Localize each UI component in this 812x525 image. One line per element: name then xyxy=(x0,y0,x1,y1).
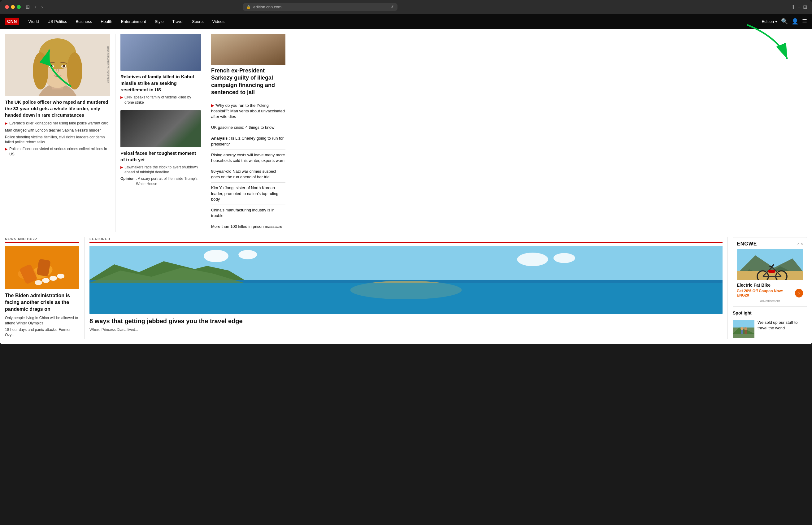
account-icon[interactable]: 👤 xyxy=(792,18,798,25)
spotlight-text: We sold up our stuff to travel the world xyxy=(757,320,807,331)
share-icon[interactable]: ⬆ xyxy=(791,4,795,10)
maximize-button[interactable] xyxy=(17,5,21,9)
ad-image xyxy=(737,249,803,280)
svg-rect-48 xyxy=(768,270,775,273)
nav-us-politics[interactable]: US Politics xyxy=(43,14,72,29)
svg-point-21 xyxy=(42,278,49,283)
minimize-button[interactable] xyxy=(11,5,15,9)
ad-close-icon[interactable]: ✕ ✕ xyxy=(797,242,803,245)
nav-business[interactable]: Business xyxy=(71,14,96,29)
hero-sub4-text: Police officers convicted of serious cri… xyxy=(9,146,110,157)
kabul-sub[interactable]: ▶ CNN speaks to family of victims killed… xyxy=(120,95,201,105)
right-item-4[interactable]: 96-year-old Nazi war crimes suspect goes… xyxy=(211,166,285,182)
browser-controls: ⊞ ‹ › xyxy=(25,3,44,11)
svg-rect-53 xyxy=(741,330,743,334)
hero-sub1-text: Everard's killer kidnapped her using fak… xyxy=(9,121,108,126)
url-bar[interactable]: 🔒 edition.cnn.com ↺ xyxy=(243,3,397,11)
right-item-1[interactable]: UK gasoline crisis: 4 things to know xyxy=(211,122,285,133)
pelosi-sub2-text: : A scary portrait of life inside Trump'… xyxy=(136,176,201,187)
main-content: HANDOUT/METROPOLITAN POLICE The UK polic… xyxy=(0,29,812,237)
right-item-3[interactable]: Rising energy costs will leave many more… xyxy=(211,150,285,166)
divider-1 xyxy=(115,34,116,232)
spotlight-label: Spotlight xyxy=(733,311,807,317)
right-item-5-text: Kim Yo Jong, sister of North Korean lead… xyxy=(211,185,278,201)
kabul-article: Relatives of family killed in Kabul miss… xyxy=(120,34,201,105)
nav-health[interactable]: Health xyxy=(96,14,117,29)
tab-view-icon[interactable]: ⊞ xyxy=(25,3,31,11)
nav-entertainment[interactable]: Entertainment xyxy=(117,14,150,29)
featured-title[interactable]: 8 ways that getting jabbed gives you the… xyxy=(89,317,723,325)
svg-point-20 xyxy=(49,276,57,281)
play-icon-kabul: ▶ xyxy=(120,95,123,105)
pelosi-sub1[interactable]: ▶ Lawmakers race the clock to avert shut… xyxy=(120,165,201,175)
menu-icon[interactable]: ☰ xyxy=(802,18,807,25)
right-item-2[interactable]: Analysis : Is Liz Cheney going to run fo… xyxy=(211,133,285,149)
right-item-4-text: 96-year-old Nazi war crimes suspect goes… xyxy=(211,169,276,179)
pelosi-article: Pelosi faces her toughest moment of trut… xyxy=(120,110,201,187)
forward-button[interactable]: › xyxy=(40,4,44,11)
opinion-label: Opinion xyxy=(120,176,134,187)
lock-icon: 🔒 xyxy=(246,5,251,9)
kabul-title[interactable]: Relatives of family killed in Kabul miss… xyxy=(120,73,201,93)
hero-sub2[interactable]: Man charged with London teacher Sabina N… xyxy=(5,128,110,133)
nav-style[interactable]: Style xyxy=(150,14,168,29)
svg-point-12 xyxy=(51,65,52,66)
right-item-5[interactable]: Kim Yo Jong, sister of North Korean lead… xyxy=(211,182,285,205)
nav-right: Edition ▾ 🔍 👤 ☰ xyxy=(762,18,807,25)
ad-cta-text: Get 20% Off Coupon Now: ENG20 xyxy=(737,289,793,298)
sarkozy-title[interactable]: French ex-President Sarkozy guilty of il… xyxy=(211,67,285,96)
news-buzz-label: News and buzz xyxy=(5,237,79,243)
svg-rect-31 xyxy=(89,283,723,314)
nav-travel[interactable]: Travel xyxy=(168,14,188,29)
svg-rect-16 xyxy=(211,34,285,65)
play-icon-pelosi: ▶ xyxy=(120,165,123,175)
divider-3 xyxy=(84,237,85,339)
main-nav: CNN World US Politics Business Health En… xyxy=(0,14,812,29)
reload-icon[interactable]: ↺ xyxy=(390,5,394,9)
right-item-6-text: China's manufacturing industry is in tro… xyxy=(211,208,275,218)
close-button[interactable] xyxy=(5,5,9,9)
pelosi-sub2[interactable]: Opinion : A scary portrait of life insid… xyxy=(120,176,201,187)
right-item-0-text: 'Why do you run to the f*cking hospital?… xyxy=(211,103,285,119)
new-tab-icon[interactable]: + xyxy=(798,4,800,10)
nav-world[interactable]: World xyxy=(24,14,43,29)
pelosi-title[interactable]: Pelosi faces her toughest moment of trut… xyxy=(120,150,201,163)
buzz-image xyxy=(5,246,79,289)
search-icon[interactable]: 🔍 xyxy=(781,18,788,25)
nav-sports[interactable]: Sports xyxy=(187,14,208,29)
ad-spotlight-column: ENGWE ✕ ✕ xyxy=(733,237,807,339)
news-buzz-section: News and buzz xyxy=(5,237,79,339)
svg-point-22 xyxy=(57,274,64,279)
bottom-section: News and buzz xyxy=(0,237,812,344)
edition-button[interactable]: Edition ▾ xyxy=(762,19,777,24)
hero-sub1[interactable]: ▶ Everard's killer kidnapped her using f… xyxy=(5,121,110,126)
grid-icon[interactable]: ⊞ xyxy=(803,4,807,10)
nav-videos[interactable]: Videos xyxy=(208,14,229,29)
svg-point-34 xyxy=(517,253,548,266)
ad-label: Advertisement xyxy=(737,299,803,303)
spotlight-image xyxy=(733,320,754,338)
traffic-lights xyxy=(5,5,21,9)
hero-sub4[interactable]: ▶ Police officers convicted of serious c… xyxy=(5,146,110,157)
right-item-7[interactable]: More than 100 killed in prison massacre xyxy=(211,221,285,232)
kabul-sub-text: CNN speaks to family of victims killed b… xyxy=(124,95,201,105)
play-icon-1: ▶ xyxy=(5,121,7,126)
svg-point-35 xyxy=(554,253,575,263)
back-button[interactable]: ‹ xyxy=(33,4,37,11)
right-item-1-text: UK gasoline crisis: 4 things to know xyxy=(211,125,274,130)
svg-rect-55 xyxy=(745,330,747,334)
right-item-7-text: More than 100 killed in prison massacre xyxy=(211,224,282,229)
cnn-logo[interactable]: CNN xyxy=(5,18,19,25)
buzz-title[interactable]: The Biden administration is facing anoth… xyxy=(5,292,79,313)
hero-image: HANDOUT/METROPOLITAN POLICE xyxy=(5,34,110,96)
hero-title[interactable]: The UK police officer who raped and murd… xyxy=(5,99,110,118)
svg-point-54 xyxy=(744,327,747,330)
buzz-sub1: Only people living in China will be allo… xyxy=(5,315,79,326)
hero-sub3[interactable]: Police shooting victims' families, civil… xyxy=(5,135,110,145)
right-item-0[interactable]: ▶ 'Why do you run to the f*cking hospita… xyxy=(211,100,285,122)
svg-text:HANDOUT/METROPOLITAN POLICE: HANDOUT/METROPOLITAN POLICE xyxy=(107,46,109,83)
right-item-6[interactable]: China's manufacturing industry is in tro… xyxy=(211,205,285,221)
spotlight-item[interactable]: We sold up our stuff to travel the world xyxy=(733,320,807,338)
chevron-down-icon: ▾ xyxy=(775,19,777,24)
ad-cta-button[interactable]: › xyxy=(795,289,803,298)
